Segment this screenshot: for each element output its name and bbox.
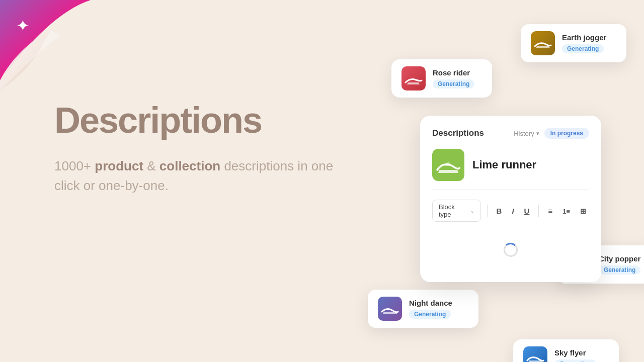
sky-flyer-image	[523, 346, 547, 362]
earth-jogger-image	[531, 31, 555, 55]
corner-decoration	[0, 0, 101, 101]
subtitle-bold1: product	[95, 158, 143, 173]
city-popper-info: City popper Generating	[599, 254, 640, 275]
subtitle: 1000+ product & collection descriptions …	[54, 156, 346, 196]
night-dance-image	[378, 297, 402, 321]
history-label: History	[514, 130, 534, 137]
history-button[interactable]: History ▾	[514, 130, 539, 137]
underline-icon: U	[524, 207, 530, 215]
rose-rider-name: Rose rider	[433, 68, 474, 77]
product-main-name: Lime runner	[472, 158, 536, 171]
toolbar-divider-2	[538, 205, 539, 217]
earth-jogger-card: Earth jogger Generating	[521, 24, 626, 62]
rose-rider-status: Generating	[433, 79, 474, 88]
sky-flyer-info: Sky flyer Generating	[554, 348, 596, 362]
star-icon: ✦	[16, 16, 30, 35]
sky-flyer-name: Sky flyer	[554, 348, 596, 357]
unordered-list-button[interactable]: ≡	[545, 205, 555, 217]
loading-spinner	[504, 243, 518, 257]
earth-jogger-name: Earth jogger	[562, 33, 606, 42]
toolbar: Block type ⌄ B I U ≡ 1≡ ⊞	[432, 200, 589, 222]
city-popper-name: City popper	[599, 254, 640, 263]
night-dance-status: Generating	[409, 310, 451, 319]
panel-header: Descriptions History ▾ In progress	[432, 128, 589, 139]
description-panel: Descriptions History ▾ In progress Lime …	[420, 116, 601, 282]
italic-button[interactable]: I	[509, 205, 517, 217]
subtitle-part1: 1000+	[54, 158, 95, 173]
unordered-list-icon: ≡	[548, 207, 552, 215]
sky-flyer-card: Sky flyer Generating	[513, 339, 619, 362]
chevron-down-icon: ▾	[536, 130, 539, 137]
content-area	[432, 230, 589, 270]
lime-runner-image	[432, 149, 464, 181]
night-dance-info: Night dance Generating	[409, 299, 452, 319]
sky-flyer-status: Generating	[554, 359, 596, 362]
product-info-row: Lime runner	[432, 149, 589, 190]
table-button[interactable]: ⊞	[577, 205, 589, 217]
rose-rider-info: Rose rider Generating	[433, 68, 474, 88]
panel-header-right: History ▾ In progress	[514, 128, 589, 139]
ordered-list-button[interactable]: 1≡	[559, 205, 573, 217]
table-icon: ⊞	[580, 207, 586, 215]
page-title: Descriptions	[54, 101, 346, 140]
subtitle-bold2: collection	[159, 158, 220, 173]
bold-icon: B	[497, 207, 502, 215]
subtitle-part2: &	[143, 158, 159, 173]
left-content: Descriptions 1000+ product & collection …	[54, 101, 346, 196]
panel-title: Descriptions	[432, 128, 484, 138]
night-dance-name: Night dance	[409, 299, 452, 307]
night-dance-card: Night dance Generating	[368, 290, 478, 328]
in-progress-badge: In progress	[544, 128, 589, 139]
rose-rider-image	[401, 66, 426, 90]
earth-jogger-info: Earth jogger Generating	[562, 33, 606, 53]
block-type-chevron-icon: ⌄	[470, 208, 474, 214]
toolbar-divider	[487, 205, 488, 217]
city-popper-status: Generating	[599, 265, 640, 275]
block-type-select[interactable]: Block type ⌄	[432, 200, 481, 222]
block-type-label: Block type	[439, 203, 467, 218]
earth-jogger-status: Generating	[562, 44, 604, 53]
ordered-list-icon: 1≡	[562, 208, 570, 215]
rose-rider-card: Rose rider Generating	[391, 59, 492, 98]
underline-button[interactable]: U	[521, 205, 533, 217]
italic-icon: I	[512, 207, 514, 215]
bold-button[interactable]: B	[494, 205, 505, 217]
